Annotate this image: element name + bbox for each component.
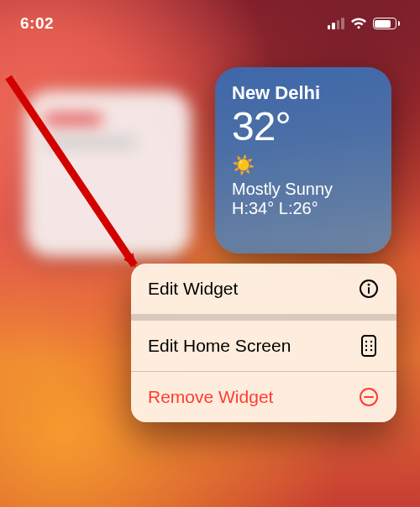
apps-grid-icon xyxy=(358,335,380,357)
weather-high-low: H:34° L:26° xyxy=(232,199,375,218)
wifi-icon xyxy=(350,18,367,29)
svg-rect-2 xyxy=(368,287,370,294)
svg-point-7 xyxy=(370,345,372,347)
status-icons xyxy=(328,18,401,29)
svg-point-4 xyxy=(365,341,367,342)
svg-rect-3 xyxy=(362,336,375,356)
sun-icon: ☀️ xyxy=(232,156,375,175)
status-bar: 6:02 xyxy=(0,0,420,37)
menu-separator xyxy=(131,314,396,321)
menu-item-edit-widget[interactable]: Edit Widget xyxy=(131,264,396,314)
info-icon xyxy=(358,278,380,300)
battery-icon xyxy=(373,18,401,29)
weather-city: New Delhi xyxy=(232,82,375,104)
svg-point-8 xyxy=(365,349,367,351)
menu-label: Edit Widget xyxy=(148,279,238,299)
widget-context-menu: Edit Widget Edit Home Screen Remove Widg… xyxy=(131,264,396,422)
weather-condition: Mostly Sunny xyxy=(232,180,375,199)
cellular-signal-icon xyxy=(328,18,344,29)
svg-point-1 xyxy=(368,284,370,286)
svg-point-9 xyxy=(370,349,372,351)
menu-label: Remove Widget xyxy=(148,387,273,407)
weather-temperature: 32° xyxy=(232,106,375,148)
menu-item-remove-widget[interactable]: Remove Widget xyxy=(131,372,396,422)
menu-item-edit-home-screen[interactable]: Edit Home Screen xyxy=(131,321,396,371)
svg-point-5 xyxy=(370,341,372,342)
remove-icon xyxy=(358,386,380,408)
status-time: 6:02 xyxy=(20,14,54,33)
weather-widget[interactable]: New Delhi 32° ☀️ Mostly Sunny H:34° L:26… xyxy=(215,67,391,254)
menu-label: Edit Home Screen xyxy=(148,336,291,356)
background-widget-blurred xyxy=(25,91,192,257)
svg-point-6 xyxy=(365,345,367,347)
